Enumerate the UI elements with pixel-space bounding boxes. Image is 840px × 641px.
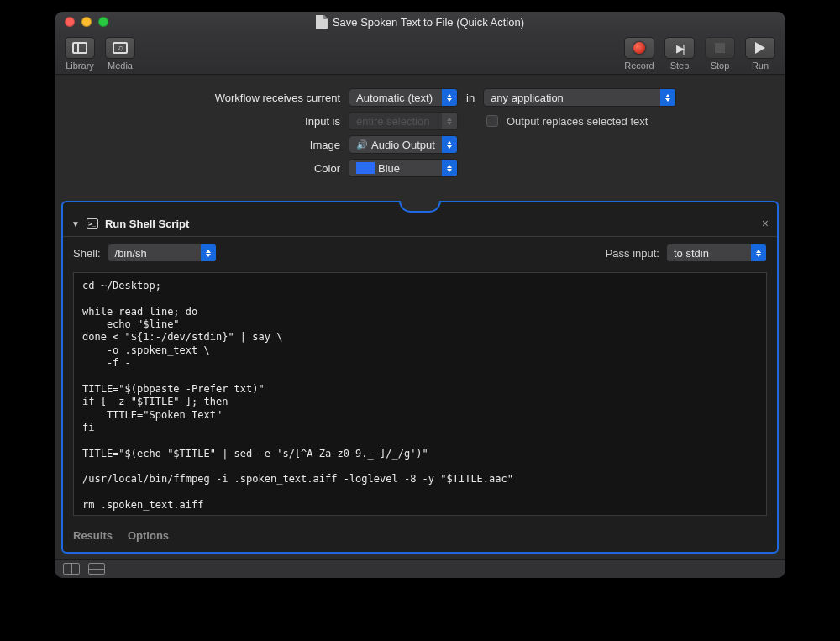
shell-select[interactable]: /bin/sh xyxy=(108,244,217,262)
pass-input-value: to stdin xyxy=(674,247,709,260)
run-item: Run xyxy=(745,37,775,71)
shell-label: Shell: xyxy=(73,247,101,260)
connector-notch-icon xyxy=(399,201,441,213)
toolbar-right: Record ▶| Step Stop Run xyxy=(624,37,775,71)
stop-icon xyxy=(715,43,725,53)
shell-value: /bin/sh xyxy=(115,247,147,260)
automator-window: Save Spoken Text to File (Quick Action) … xyxy=(55,12,785,578)
stop-label: Stop xyxy=(711,60,730,71)
chevron-updown-icon xyxy=(442,113,457,129)
action-title: Run Shell Script xyxy=(105,218,189,230)
color-swatch xyxy=(356,162,375,174)
library-item: Library xyxy=(65,37,95,71)
run-shell-script-action: ▼ >_ Run Shell Script × Shell: /bin/sh P… xyxy=(61,201,779,554)
minimize-window-button[interactable] xyxy=(81,17,92,27)
bottom-bar xyxy=(55,559,785,578)
close-window-button[interactable] xyxy=(65,17,75,27)
record-item: Record xyxy=(624,37,654,71)
run-button[interactable] xyxy=(745,37,775,59)
disclosure-triangle-icon[interactable]: ▼ xyxy=(71,219,80,229)
application-select[interactable]: any application xyxy=(483,88,676,107)
media-icon: ♫ xyxy=(113,42,128,54)
record-icon xyxy=(633,42,645,54)
step-label: Step xyxy=(670,60,690,71)
workflow-receives-value: Automatic (text) xyxy=(356,92,433,104)
play-icon xyxy=(755,42,765,54)
color-label: Color xyxy=(71,162,340,175)
image-value: Audio Output xyxy=(371,139,435,151)
workflow-config: Workflow receives current Automatic (tex… xyxy=(55,75,785,201)
toolbar-left: Library ♫ Media xyxy=(65,37,135,71)
application-value: any application xyxy=(491,92,564,104)
chevron-updown-icon xyxy=(442,89,457,106)
output-replaces-checkbox[interactable] xyxy=(486,115,498,127)
workflow-receives-select[interactable]: Automatic (text) xyxy=(349,88,458,107)
workflow-receives-label: Workflow receives current xyxy=(71,92,340,104)
terminal-icon: >_ xyxy=(87,218,98,229)
panel-icon xyxy=(72,42,87,54)
media-item: ♫ Media xyxy=(105,37,135,71)
library-label: Library xyxy=(66,60,94,71)
window-title: Save Spoken Text to File (Quick Action) xyxy=(55,15,785,29)
chevron-updown-icon xyxy=(751,244,766,261)
stop-button xyxy=(705,37,735,59)
workflow-area: ▼ >_ Run Shell Script × Shell: /bin/sh P… xyxy=(55,201,785,559)
image-label: Image xyxy=(71,139,340,151)
titlebar: Save Spoken Text to File (Quick Action) xyxy=(55,12,785,32)
image-select[interactable]: 🔊 Audio Output xyxy=(349,135,458,154)
action-config: Shell: /bin/sh Pass input: to stdin xyxy=(63,237,777,269)
pass-input-label: Pass input: xyxy=(606,247,659,260)
input-is-value: entire selection xyxy=(356,115,429,128)
zoom-window-button[interactable] xyxy=(98,17,108,27)
step-icon: ▶| xyxy=(676,42,682,55)
media-button[interactable]: ♫ xyxy=(105,37,135,59)
chevron-updown-icon xyxy=(442,136,457,153)
color-select[interactable]: Blue xyxy=(349,159,458,177)
toolbar: Library ♫ Media Record ▶| Step Stop R xyxy=(55,32,785,75)
chevron-updown-icon xyxy=(442,160,457,176)
shell-script-textarea[interactable]: cd ~/Desktop; while read line; do echo "… xyxy=(73,272,767,516)
remove-action-button[interactable]: × xyxy=(762,217,769,230)
step-button[interactable]: ▶| xyxy=(664,37,695,59)
step-item: ▶| Step xyxy=(664,37,695,71)
window-title-text: Save Spoken Text to File (Quick Action) xyxy=(333,16,524,29)
connector xyxy=(63,202,777,211)
record-button[interactable] xyxy=(624,37,654,59)
action-footer: Results Options xyxy=(63,524,777,552)
view-mode-rows-button[interactable] xyxy=(88,563,105,575)
chevron-updown-icon xyxy=(660,89,675,106)
stop-item: Stop xyxy=(705,37,735,71)
document-icon xyxy=(316,15,328,29)
results-tab[interactable]: Results xyxy=(73,529,113,542)
options-tab[interactable]: Options xyxy=(128,529,169,542)
record-label: Record xyxy=(624,60,654,71)
run-label: Run xyxy=(752,60,769,71)
traffic-lights xyxy=(65,17,108,27)
color-value: Blue xyxy=(378,162,400,175)
speaker-icon: 🔊 xyxy=(356,139,368,150)
output-replaces-label: Output replaces selected text xyxy=(507,115,648,128)
in-label: in xyxy=(466,92,475,104)
media-label: Media xyxy=(108,60,133,71)
chevron-updown-icon xyxy=(201,244,216,261)
input-is-select: entire selection xyxy=(349,112,458,130)
view-mode-columns-button[interactable] xyxy=(63,563,80,575)
input-is-label: Input is xyxy=(71,115,340,128)
pass-input-select[interactable]: to stdin xyxy=(666,244,767,262)
library-button[interactable] xyxy=(65,37,95,59)
action-header[interactable]: ▼ >_ Run Shell Script × xyxy=(63,211,777,237)
